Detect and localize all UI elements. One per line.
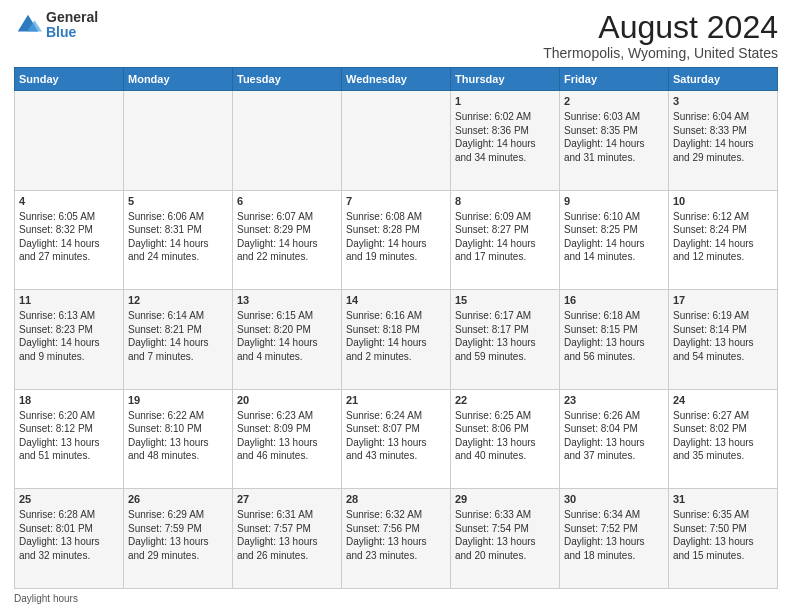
calendar-day-cell: 9Sunrise: 6:10 AMSunset: 8:25 PMDaylight…	[560, 190, 669, 290]
day-info-line: Daylight: 14 hours and 14 minutes.	[564, 237, 664, 264]
day-info-line: Sunrise: 6:06 AM	[128, 210, 228, 224]
day-info-line: Sunset: 8:35 PM	[564, 124, 664, 138]
day-info-line: Sunrise: 6:19 AM	[673, 309, 773, 323]
day-info-line: Daylight: 14 hours and 12 minutes.	[673, 237, 773, 264]
day-info-line: Sunrise: 6:20 AM	[19, 409, 119, 423]
weekday-header: Sunday	[15, 68, 124, 91]
day-info-line: Daylight: 13 hours and 20 minutes.	[455, 535, 555, 562]
day-number: 29	[455, 492, 555, 507]
calendar-day-cell: 22Sunrise: 6:25 AMSunset: 8:06 PMDayligh…	[451, 389, 560, 489]
day-info-line: Sunset: 8:02 PM	[673, 422, 773, 436]
day-info-line: Sunset: 8:06 PM	[455, 422, 555, 436]
calendar-day-cell: 10Sunrise: 6:12 AMSunset: 8:24 PMDayligh…	[669, 190, 778, 290]
day-info-line: Daylight: 13 hours and 48 minutes.	[128, 436, 228, 463]
calendar-day-cell	[15, 91, 124, 191]
day-info-line: Daylight: 13 hours and 35 minutes.	[673, 436, 773, 463]
day-info-line: Sunrise: 6:35 AM	[673, 508, 773, 522]
calendar-day-cell: 21Sunrise: 6:24 AMSunset: 8:07 PMDayligh…	[342, 389, 451, 489]
weekday-header: Thursday	[451, 68, 560, 91]
calendar-day-cell: 27Sunrise: 6:31 AMSunset: 7:57 PMDayligh…	[233, 489, 342, 589]
day-info-line: Sunset: 7:56 PM	[346, 522, 446, 536]
day-number: 21	[346, 393, 446, 408]
day-info-line: Sunset: 8:17 PM	[455, 323, 555, 337]
day-info-line: Daylight: 14 hours and 9 minutes.	[19, 336, 119, 363]
calendar-week-row: 18Sunrise: 6:20 AMSunset: 8:12 PMDayligh…	[15, 389, 778, 489]
calendar-day-cell: 17Sunrise: 6:19 AMSunset: 8:14 PMDayligh…	[669, 290, 778, 390]
day-info-line: Daylight: 14 hours and 31 minutes.	[564, 137, 664, 164]
calendar-day-cell	[124, 91, 233, 191]
day-info-line: Sunset: 8:18 PM	[346, 323, 446, 337]
day-info-line: Daylight: 13 hours and 40 minutes.	[455, 436, 555, 463]
day-number: 20	[237, 393, 337, 408]
day-info-line: Sunset: 8:27 PM	[455, 223, 555, 237]
day-info-line: Sunrise: 6:25 AM	[455, 409, 555, 423]
day-info-line: Sunrise: 6:16 AM	[346, 309, 446, 323]
weekday-header: Friday	[560, 68, 669, 91]
day-info-line: Sunrise: 6:13 AM	[19, 309, 119, 323]
day-info-line: Sunset: 7:54 PM	[455, 522, 555, 536]
day-info-line: Sunrise: 6:34 AM	[564, 508, 664, 522]
weekday-header: Monday	[124, 68, 233, 91]
day-number: 28	[346, 492, 446, 507]
calendar-day-cell: 18Sunrise: 6:20 AMSunset: 8:12 PMDayligh…	[15, 389, 124, 489]
calendar-day-cell: 26Sunrise: 6:29 AMSunset: 7:59 PMDayligh…	[124, 489, 233, 589]
day-info-line: Sunset: 8:09 PM	[237, 422, 337, 436]
day-info-line: Sunrise: 6:31 AM	[237, 508, 337, 522]
day-info-line: Sunrise: 6:07 AM	[237, 210, 337, 224]
day-info-line: Sunrise: 6:15 AM	[237, 309, 337, 323]
day-info-line: Daylight: 14 hours and 4 minutes.	[237, 336, 337, 363]
day-info-line: Daylight: 13 hours and 18 minutes.	[564, 535, 664, 562]
day-number: 23	[564, 393, 664, 408]
calendar-table: SundayMondayTuesdayWednesdayThursdayFrid…	[14, 67, 778, 589]
calendar-title: August 2024	[543, 10, 778, 45]
title-block: August 2024 Thermopolis, Wyoming, United…	[543, 10, 778, 61]
calendar-day-cell: 25Sunrise: 6:28 AMSunset: 8:01 PMDayligh…	[15, 489, 124, 589]
day-info-line: Daylight: 14 hours and 22 minutes.	[237, 237, 337, 264]
calendar-day-cell: 8Sunrise: 6:09 AMSunset: 8:27 PMDaylight…	[451, 190, 560, 290]
calendar-day-cell: 1Sunrise: 6:02 AMSunset: 8:36 PMDaylight…	[451, 91, 560, 191]
calendar-day-cell: 28Sunrise: 6:32 AMSunset: 7:56 PMDayligh…	[342, 489, 451, 589]
day-info-line: Daylight: 14 hours and 7 minutes.	[128, 336, 228, 363]
day-info-line: Sunrise: 6:22 AM	[128, 409, 228, 423]
logo-icon	[14, 11, 42, 39]
logo-general-text: General	[46, 10, 98, 25]
day-info-line: Daylight: 13 hours and 59 minutes.	[455, 336, 555, 363]
day-info-line: Sunrise: 6:10 AM	[564, 210, 664, 224]
day-info-line: Sunrise: 6:26 AM	[564, 409, 664, 423]
day-info-line: Sunrise: 6:09 AM	[455, 210, 555, 224]
day-info-line: Sunset: 8:04 PM	[564, 422, 664, 436]
day-info-line: Sunrise: 6:03 AM	[564, 110, 664, 124]
day-number: 6	[237, 194, 337, 209]
logo-text: General Blue	[46, 10, 98, 41]
weekday-header: Saturday	[669, 68, 778, 91]
day-info-line: Daylight: 13 hours and 56 minutes.	[564, 336, 664, 363]
logo-blue-text: Blue	[46, 25, 98, 40]
calendar-week-row: 11Sunrise: 6:13 AMSunset: 8:23 PMDayligh…	[15, 290, 778, 390]
day-info-line: Sunset: 8:36 PM	[455, 124, 555, 138]
day-info-line: Sunset: 7:59 PM	[128, 522, 228, 536]
day-info-line: Sunrise: 6:18 AM	[564, 309, 664, 323]
calendar-week-row: 1Sunrise: 6:02 AMSunset: 8:36 PMDaylight…	[15, 91, 778, 191]
day-info-line: Sunrise: 6:02 AM	[455, 110, 555, 124]
day-info-line: Sunset: 8:12 PM	[19, 422, 119, 436]
calendar-day-cell: 31Sunrise: 6:35 AMSunset: 7:50 PMDayligh…	[669, 489, 778, 589]
day-info-line: Daylight: 13 hours and 32 minutes.	[19, 535, 119, 562]
day-info-line: Sunset: 8:32 PM	[19, 223, 119, 237]
footer-text: Daylight hours	[14, 593, 78, 604]
weekday-header: Tuesday	[233, 68, 342, 91]
weekday-header: Wednesday	[342, 68, 451, 91]
calendar-day-cell: 23Sunrise: 6:26 AMSunset: 8:04 PMDayligh…	[560, 389, 669, 489]
day-info-line: Daylight: 14 hours and 34 minutes.	[455, 137, 555, 164]
day-info-line: Sunrise: 6:17 AM	[455, 309, 555, 323]
day-info-line: Sunrise: 6:05 AM	[19, 210, 119, 224]
day-info-line: Sunset: 7:52 PM	[564, 522, 664, 536]
day-number: 22	[455, 393, 555, 408]
day-number: 31	[673, 492, 773, 507]
calendar-day-cell: 30Sunrise: 6:34 AMSunset: 7:52 PMDayligh…	[560, 489, 669, 589]
day-info-line: Sunset: 8:01 PM	[19, 522, 119, 536]
header: General Blue August 2024 Thermopolis, Wy…	[14, 10, 778, 61]
day-info-line: Daylight: 14 hours and 2 minutes.	[346, 336, 446, 363]
calendar-day-cell: 14Sunrise: 6:16 AMSunset: 8:18 PMDayligh…	[342, 290, 451, 390]
day-info-line: Sunrise: 6:29 AM	[128, 508, 228, 522]
day-info-line: Sunset: 8:10 PM	[128, 422, 228, 436]
